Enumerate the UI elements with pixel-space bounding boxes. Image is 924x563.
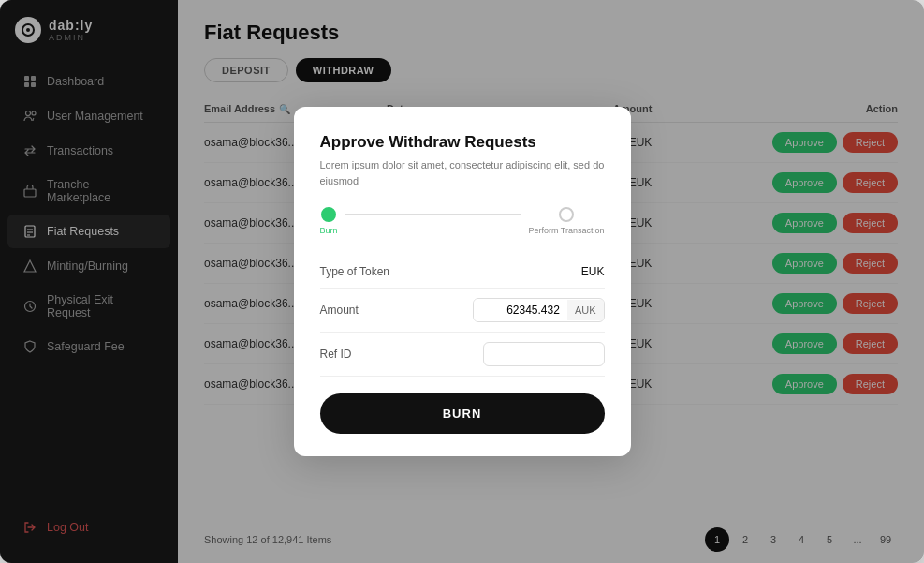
amount-input-group: AUK [473, 298, 605, 322]
step-burn-label: Burn [320, 226, 338, 235]
step-line [345, 214, 521, 215]
token-type-label: Type of Token [320, 265, 390, 278]
form-row-token-type: Type of Token EUK [320, 256, 605, 289]
amount-label: Amount [320, 304, 359, 317]
step-burn-circle [321, 207, 336, 222]
step-perform-transaction: Perform Transaction [528, 207, 604, 235]
modal-overlay: Approve Withdraw Requests Lorem ipsum do… [0, 0, 924, 563]
amount-suffix: AUK [567, 300, 604, 320]
step-bar: Burn Perform Transaction [320, 207, 605, 235]
step-burn: Burn [320, 207, 338, 235]
ref-id-label: Ref ID [320, 348, 352, 361]
ref-id-input[interactable] [483, 342, 605, 366]
modal-title: Approve Withdraw Requests [320, 133, 605, 152]
modal-description: Lorem ipsum dolor sit amet, consectetur … [320, 157, 605, 188]
burn-button[interactable]: BURN [320, 393, 605, 434]
form-row-amount: Amount AUK [320, 289, 605, 333]
step-transaction-circle [559, 207, 574, 222]
approve-withdraw-modal: Approve Withdraw Requests Lorem ipsum do… [294, 107, 631, 456]
step-transaction-label: Perform Transaction [528, 226, 604, 235]
amount-input[interactable] [474, 299, 567, 321]
token-type-value: EUK [581, 265, 605, 278]
form-row-ref-id: Ref ID [320, 333, 605, 377]
